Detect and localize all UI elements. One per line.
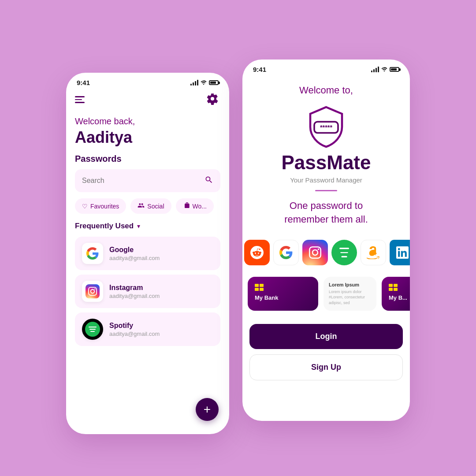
status-bar-right: 9:41 <box>242 60 410 76</box>
app-title: PassMate <box>281 152 371 174</box>
right-phone: 9:41 Welcome to, ***** <box>242 60 410 421</box>
welcome-to-text: Welcome to, <box>299 85 353 96</box>
cards-row: My Bank Lorem Ipsum Lorem ipsum dolor#Lo… <box>242 277 410 311</box>
wifi-icon <box>200 79 207 86</box>
search-icon[interactable] <box>205 175 213 186</box>
welcome-section: Welcome back, Aaditya <box>66 112 229 154</box>
welcome-line1: Welcome back, <box>75 116 220 126</box>
reddit-logo-small <box>244 240 270 265</box>
briefcase-icon <box>183 202 190 210</box>
instagram-name: Instagram <box>109 284 213 292</box>
filter-social-label: Social <box>147 203 164 210</box>
instagram-info: Instagram aaditya@gmail.com <box>109 284 213 299</box>
instagram-logo <box>82 281 103 302</box>
right-phone-content: Welcome to, ***** PassMate Your Password… <box>242 76 410 380</box>
wifi-icon-right <box>381 66 388 73</box>
signup-button[interactable]: Sign Up <box>249 354 403 380</box>
status-icons-right <box>371 66 399 73</box>
shield-logo: ***** <box>306 105 346 145</box>
instagram-logo-small <box>302 240 328 265</box>
app-subtitle: Your Password Manager <box>290 176 362 184</box>
divider-line <box>315 190 337 191</box>
spotify-logo <box>82 319 103 340</box>
card-chip-2 <box>389 284 398 291</box>
status-icons-left <box>190 79 219 86</box>
google-email: aaditya@gmail.com <box>109 255 213 261</box>
signal-icon <box>190 80 198 86</box>
password-item-google[interactable]: Google aaditya@gmail.com <box>75 237 220 270</box>
instagram-email: aaditya@gmail.com <box>109 293 213 299</box>
people-icon <box>138 202 145 210</box>
time-right: 9:41 <box>253 66 266 73</box>
passwords-section: Passwords ♡ Favourites <box>66 154 229 346</box>
frequently-used-header: Frequently Used ▾ <box>75 222 220 231</box>
passwords-title: Passwords <box>75 154 220 164</box>
lorem-title: Lorem Ipsum <box>329 282 371 287</box>
spotify-icon <box>85 322 100 337</box>
filter-tabs: ♡ Favourites Social Wo... <box>75 198 220 214</box>
filter-social[interactable]: Social <box>130 198 171 214</box>
signal-icon-right <box>371 67 379 72</box>
frequently-used-title: Frequently Used <box>75 222 134 231</box>
spotify-logo-small <box>331 240 357 265</box>
svg-text:*****: ***** <box>320 124 332 131</box>
filter-work-label: Wo... <box>193 203 207 210</box>
amazon-logo-small <box>361 240 386 265</box>
search-bar[interactable] <box>75 169 220 192</box>
hamburger-icon[interactable] <box>75 96 85 103</box>
bank-card-1: My Bank <box>248 277 318 311</box>
settings-button[interactable] <box>206 93 220 107</box>
bank-card-name: My Bank <box>255 294 311 301</box>
login-button[interactable]: Login <box>249 324 403 349</box>
lorem-card: Lorem Ipsum Lorem ipsum dolor#Lorem, con… <box>324 277 376 311</box>
google-logo-small <box>273 240 299 265</box>
tagline: One password toremember them all. <box>271 199 381 227</box>
google-logo <box>82 243 103 264</box>
status-bar-left: 9:41 <box>66 73 229 89</box>
spotify-name: Spotify <box>109 322 213 330</box>
linkedin-logo-small <box>390 240 410 265</box>
left-phone: 9:41 <box>66 73 229 434</box>
card-chip <box>255 284 264 291</box>
chevron-down-icon[interactable]: ▾ <box>137 223 140 230</box>
lorem-text: Lorem ipsum dolor#Lorem, consecteturadip… <box>329 289 371 306</box>
filter-favourites[interactable]: ♡ Favourites <box>75 198 126 214</box>
add-password-fab[interactable]: + <box>196 398 219 421</box>
instagram-icon <box>86 284 100 298</box>
filter-work[interactable]: Wo... <box>176 198 214 214</box>
spotify-info: Spotify aaditya@gmail.com <box>109 322 213 337</box>
battery-icon-right <box>390 67 399 72</box>
username: Aaditya <box>75 128 220 147</box>
google-info: Google aaditya@gmail.com <box>109 246 213 261</box>
heart-icon: ♡ <box>82 203 88 210</box>
password-item-spotify[interactable]: Spotify aaditya@gmail.com <box>75 312 220 346</box>
search-input[interactable] <box>82 177 205 185</box>
password-item-instagram[interactable]: Instagram aaditya@gmail.com <box>75 275 220 308</box>
filter-favourites-label: Favourites <box>90 203 119 210</box>
bank-card-name-2: My B... <box>389 294 410 301</box>
spotify-email: aaditya@gmail.com <box>109 331 213 337</box>
bank-card-2: My B... <box>382 277 410 311</box>
time-left: 9:41 <box>77 79 90 86</box>
battery-icon <box>209 80 219 85</box>
top-bar <box>66 89 229 112</box>
phones-container: 9:41 <box>66 42 410 434</box>
google-name: Google <box>109 246 213 254</box>
app-logos-row <box>242 235 410 270</box>
